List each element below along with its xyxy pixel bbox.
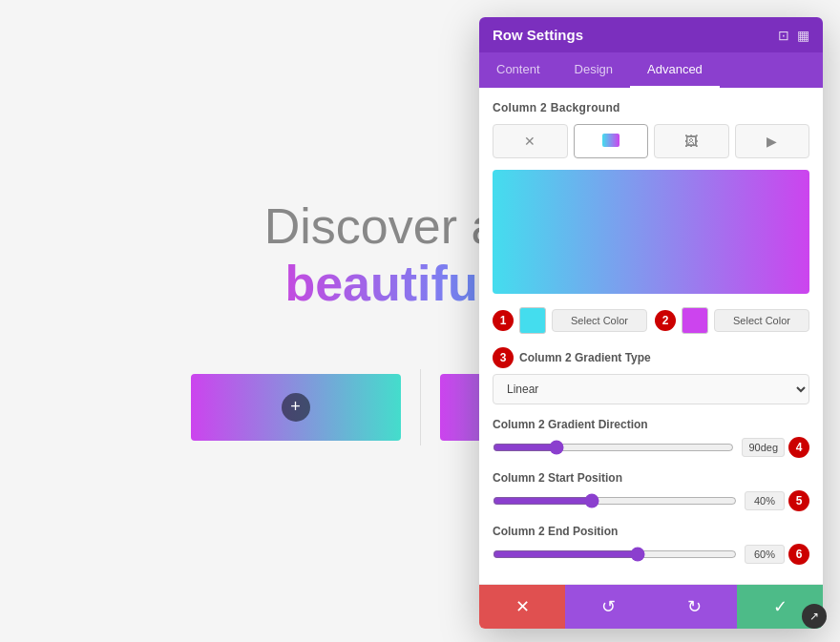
select-color-1-button[interactable]: Select Color bbox=[552, 309, 647, 332]
color-swatch-2[interactable] bbox=[682, 307, 708, 334]
start-position-badge: 5 bbox=[788, 490, 809, 511]
color-swatch-1[interactable] bbox=[519, 307, 546, 334]
gradient-type-badge: 3 bbox=[493, 347, 514, 368]
svg-rect-0 bbox=[602, 134, 620, 147]
color-stop-badge-1: 1 bbox=[493, 310, 514, 331]
gradient-preview bbox=[493, 170, 809, 294]
start-position-slider-container: 40% 5 bbox=[493, 490, 809, 511]
end-position-slider[interactable] bbox=[493, 547, 737, 562]
section-label: Column 2 Background bbox=[493, 101, 809, 114]
bg-type-gradient[interactable] bbox=[574, 124, 649, 158]
block-divider bbox=[420, 369, 421, 445]
video-icon: ▶ bbox=[766, 134, 777, 149]
select-color-2-button[interactable]: Select Color bbox=[714, 309, 809, 332]
gradient-type-select[interactable]: Linear Radial bbox=[493, 374, 809, 404]
start-position-field: Column 2 Start Position 40% 5 bbox=[493, 471, 809, 511]
end-position-value: 60% bbox=[745, 545, 785, 564]
bg-type-image[interactable]: 🖼 bbox=[654, 124, 729, 158]
gradient-direction-label: Column 2 Gradient Direction bbox=[493, 418, 648, 431]
panel-header: Row Settings ⊡ ▦ bbox=[479, 17, 823, 52]
grid-icon[interactable]: ▦ bbox=[797, 28, 809, 43]
tab-advanced[interactable]: Advanced bbox=[630, 52, 720, 88]
no-bg-icon: ✕ bbox=[524, 134, 536, 149]
end-position-label: Column 2 End Position bbox=[493, 525, 618, 538]
end-position-label-row: Column 2 End Position bbox=[493, 525, 809, 538]
reset-button[interactable]: ↺ bbox=[565, 585, 651, 629]
gradient-type-field: 3 Column 2 Gradient Type Linear Radial bbox=[493, 347, 809, 404]
add-block-1-button[interactable]: + bbox=[282, 393, 310, 422]
gradient-direction-slider[interactable] bbox=[493, 440, 734, 455]
color-stop-row: 1 Select Color 2 Select Color bbox=[493, 307, 809, 334]
row-settings-panel: Row Settings ⊡ ▦ Content Design Advanced… bbox=[479, 17, 823, 629]
gradient-direction-value-box: 90deg 4 bbox=[742, 437, 809, 458]
color-stop-badge-2: 2 bbox=[655, 310, 676, 331]
tab-design[interactable]: Design bbox=[557, 52, 630, 88]
start-position-value: 40% bbox=[745, 491, 785, 510]
gradient-direction-badge: 4 bbox=[788, 437, 809, 458]
gradient-block-1[interactable]: + bbox=[191, 374, 401, 441]
start-position-label-row: Column 2 Start Position bbox=[493, 471, 809, 485]
start-position-slider[interactable] bbox=[493, 493, 737, 508]
end-position-badge: 6 bbox=[788, 544, 809, 565]
end-position-value-box: 60% 6 bbox=[745, 544, 809, 565]
color-stop-1: 1 Select Color bbox=[493, 307, 647, 334]
panel-body: Column 2 Background ✕ bbox=[479, 88, 823, 584]
start-position-value-box: 40% 5 bbox=[745, 490, 809, 511]
tab-content[interactable]: Content bbox=[479, 52, 557, 88]
gradient-direction-label-row: Column 2 Gradient Direction bbox=[493, 418, 809, 431]
expand-icon[interactable]: ⊡ bbox=[778, 28, 789, 43]
panel-header-icons: ⊡ ▦ bbox=[778, 28, 809, 43]
gradient-direction-value: 90deg bbox=[742, 438, 785, 457]
start-position-label: Column 2 Start Position bbox=[493, 471, 622, 485]
panel-footer: ✕ ↺ ↻ ✓ bbox=[479, 584, 823, 629]
gradient-direction-slider-container: 90deg 4 bbox=[493, 437, 809, 458]
cancel-button[interactable]: ✕ bbox=[479, 585, 565, 629]
gradient-icon bbox=[602, 134, 620, 150]
bg-type-row: ✕ 🖼 bbox=[493, 124, 809, 158]
end-position-slider-container: 60% 6 bbox=[493, 544, 809, 565]
bg-type-none[interactable]: ✕ bbox=[493, 124, 568, 158]
end-position-field: Column 2 End Position 60% 6 bbox=[493, 525, 809, 565]
redo-button[interactable]: ↻ bbox=[651, 585, 737, 629]
bg-type-video[interactable]: ▶ bbox=[735, 124, 810, 158]
panel-tabs: Content Design Advanced bbox=[479, 52, 823, 88]
panel-title: Row Settings bbox=[493, 27, 583, 43]
gradient-direction-field: Column 2 Gradient Direction 90deg 4 bbox=[493, 418, 809, 458]
scroll-hint-icon: ↗ bbox=[802, 604, 827, 629]
color-stop-2: 2 Select Color bbox=[655, 307, 809, 334]
gradient-type-label: Column 2 Gradient Type bbox=[519, 351, 651, 364]
gradient-type-label-row: 3 Column 2 Gradient Type bbox=[493, 347, 809, 368]
image-icon: 🖼 bbox=[684, 134, 698, 149]
